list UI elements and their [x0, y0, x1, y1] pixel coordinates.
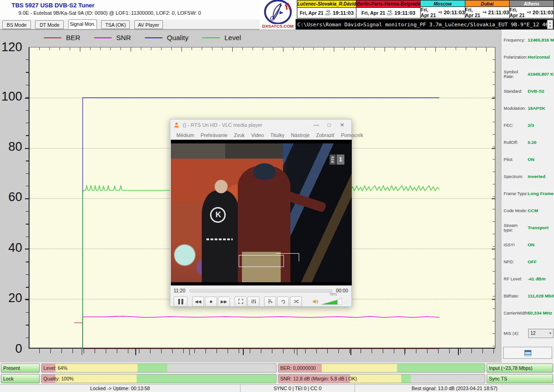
parameter-label: Standard:: [504, 89, 528, 94]
spin-up-icon[interactable]: ▲: [549, 21, 552, 24]
input-bitrate-indicator: Input (~23,78 Mbps): [487, 363, 553, 373]
legend-item: BER: [44, 34, 80, 42]
console-bar: C:\Users\Roman Dávid>Signal monitoring_P…: [295, 19, 554, 30]
fullscreen-button[interactable]: [235, 297, 247, 307]
clock-time: 19:11:03: [333, 10, 354, 16]
next-button[interactable]: ▶▶: [218, 297, 230, 307]
console-spinner[interactable]: ▲▼: [547, 20, 553, 29]
pause-button[interactable]: [174, 297, 187, 307]
clock-time-row: Fri, Apr 21 +4 21:11:03: [465, 7, 509, 18]
playlist-button[interactable]: [264, 297, 276, 307]
world-clocks: Lučenec-Slovakia_R.Dávid Fri, Apr 21 +1 …: [297, 0, 554, 18]
seek-bar[interactable]: [189, 289, 332, 292]
clock-date: Fri, Apr 21: [510, 7, 525, 18]
tab[interactable]: DT Mode: [35, 20, 64, 29]
vlc-controls: ◀◀ ■ ▶▶: [170, 296, 351, 307]
tab[interactable]: AV Player: [134, 20, 163, 29]
menu-item[interactable]: Nástroje: [288, 132, 313, 138]
clock-city: Athens: [510, 0, 554, 7]
clock: Berlin-Paris-Vienna-Belgrade Fri, Apr 21…: [356, 0, 421, 18]
menu-item[interactable]: Prehrávanie: [197, 132, 230, 138]
y-tick-40: 40: [1, 241, 22, 254]
offset-value: +3: [438, 11, 442, 14]
parameter-label: Code Mode:: [504, 208, 528, 213]
mis-row: MIS (4): 12 ▾: [504, 325, 554, 342]
vlc-cone-icon: [173, 122, 180, 129]
bottom-major-ticks: [29, 349, 496, 355]
quality-gauge-label: Quality: 100%: [43, 374, 73, 383]
clock: Moscow Fri, Apr 21 +3 20:11:03: [421, 0, 465, 18]
clock-city: Berlin-Paris-Vienna-Belgrade: [356, 0, 420, 8]
clock-time: 20:11:03: [533, 10, 554, 15]
minimize-button[interactable]: —: [310, 122, 323, 128]
close-button[interactable]: ✕: [336, 122, 349, 128]
vlc-window-title: () - RTS Un HD - VLC media player: [183, 122, 310, 128]
parameter-label: Symbol Rate:: [504, 70, 528, 79]
legend-line-swatch: [202, 37, 220, 38]
mis-selected-value: 12: [530, 331, 536, 336]
uptime-status: Locked -> Uptime: 00:13:58: [0, 385, 240, 392]
menu-item[interactable]: Médium: [173, 132, 197, 138]
maximize-button[interactable]: □: [323, 122, 336, 128]
tab[interactable]: Signal Mon.: [68, 19, 97, 29]
stream-list-button[interactable]: [503, 347, 552, 359]
loop-button[interactable]: [277, 297, 289, 307]
y-tick-120: 120: [1, 41, 22, 53]
previous-button[interactable]: ◀◀: [192, 297, 204, 307]
channel-logo: RTS 1: [330, 154, 344, 165]
parameter-value: ON: [528, 242, 535, 247]
menu-item[interactable]: Video: [248, 132, 267, 138]
legend-line-swatch: [145, 37, 163, 38]
video-area[interactable]: RTS 1: [171, 140, 352, 285]
parameter-value: 0.20: [528, 140, 536, 145]
parameter-label: CarrierWidth:: [504, 311, 528, 315]
clock: Dubai Fri, Apr 21 +4 21:11:03: [465, 0, 510, 18]
stop-button[interactable]: ■: [205, 297, 217, 307]
painter-left: [202, 190, 240, 282]
clock-time-row: Fri, Apr 21 +3 20:11:03: [421, 7, 464, 18]
sync-status: SYNC 0 | TEI 0 | CC 0: [241, 385, 355, 392]
vlc-menubar: Médium Prehrávanie Zvuk Video Titulky Ná…: [170, 131, 351, 140]
rts-logo-text: RTS: [330, 154, 336, 165]
legend-item: Quality: [145, 34, 189, 42]
clock-utc-offset: +4: [482, 11, 486, 14]
parameter-row: Stream type: Transport: [501, 219, 554, 236]
tab[interactable]: TSA (OK): [101, 20, 130, 29]
legend-line-swatch: [44, 37, 61, 38]
clock-utc-offset: +1 DST: [387, 10, 392, 16]
clock-time: 21:11:03: [488, 10, 509, 15]
resize-grip-icon: ⋰: [344, 299, 348, 303]
painter-right-beanie: [253, 163, 276, 179]
snr-gauge: SNR: 12,8 dB (Margin: 5,8 dB | OK): [278, 374, 485, 383]
clock: Lučenec-Slovakia_R.Dávid Fri, Apr 21 +1 …: [297, 0, 356, 18]
menu-item[interactable]: Pomocník: [338, 132, 367, 138]
parameter-row: Code Mode: CCM: [501, 202, 554, 219]
mis-select[interactable]: 12 ▾: [528, 329, 554, 338]
equalizer-button[interactable]: [247, 297, 259, 307]
parameter-label: RF Level:: [504, 277, 528, 281]
vlc-titlebar[interactable]: () - RTS Un HD - VLC media player — □ ✕: [170, 119, 351, 131]
menu-item[interactable]: Titulky: [267, 132, 288, 138]
shuffle-button[interactable]: [290, 297, 302, 307]
vlc-window: () - RTS Un HD - VLC media player — □ ✕ …: [170, 119, 352, 307]
console-command-text[interactable]: C:\Users\Roman Dávid>Signal monitoring_P…: [296, 22, 547, 28]
y-tick-100: 100: [1, 90, 22, 103]
volume-control[interactable]: 78% ⋰: [313, 298, 348, 305]
dst-flag: DST: [387, 13, 392, 16]
parameter-label: Pilot:: [504, 157, 528, 162]
clock-date: Fri, Apr 21: [300, 10, 324, 16]
gauge-row-1: Present Level: 64% BER: 0,0000000 Input …: [1, 363, 553, 373]
level-gauge-label: Level: 64%: [43, 364, 67, 372]
legend-label: Quality: [167, 34, 189, 42]
parameter-row: Frame Type: Long Frame: [501, 185, 554, 202]
menu-item[interactable]: Zobraziť: [313, 132, 337, 138]
vlc-time-row: 11:20 00:00: [170, 285, 351, 296]
parameter-label: Modulation:: [504, 106, 528, 111]
volume-slider[interactable]: [321, 298, 342, 305]
menu-item[interactable]: Zvuk: [231, 132, 248, 138]
parameter-row: Polarization: Horizontal: [501, 48, 554, 65]
tab[interactable]: BS Mode: [2, 20, 31, 29]
clock-utc-offset: +3: [527, 11, 531, 14]
spin-down-icon[interactable]: ▼: [549, 25, 552, 28]
legend-label: SNR: [116, 34, 131, 42]
